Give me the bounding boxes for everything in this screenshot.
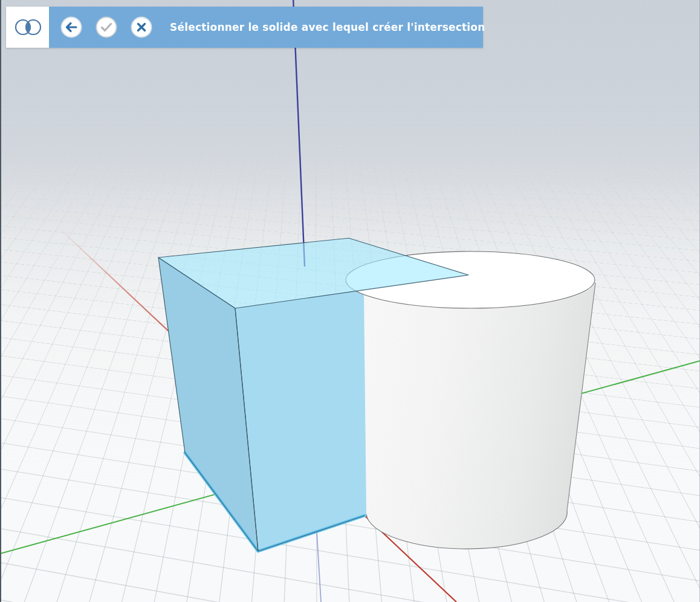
scene-canvas bbox=[0, 0, 700, 602]
viewport-left-border bbox=[0, 0, 1, 602]
intersection-circles-icon bbox=[11, 15, 45, 39]
prompt-text: Sélectionner le solide avec lequel créer… bbox=[170, 21, 485, 33]
confirm-button[interactable] bbox=[96, 16, 117, 38]
toolbar: Sélectionner le solide avec lequel créer… bbox=[6, 7, 483, 48]
cancel-button[interactable] bbox=[131, 16, 152, 38]
cad-viewport: Sélectionner le solide avec lequel créer… bbox=[0, 0, 700, 602]
cylinder-solid[interactable] bbox=[346, 251, 595, 549]
z-axis-below-ground-line bbox=[317, 531, 321, 602]
back-button[interactable] bbox=[60, 16, 82, 38]
active-tool-intersect[interactable] bbox=[6, 7, 49, 48]
cylinder-body[interactable] bbox=[364, 283, 595, 549]
toolbar-blue-bar: Sélectionner le solide avec lequel créer… bbox=[49, 7, 483, 48]
